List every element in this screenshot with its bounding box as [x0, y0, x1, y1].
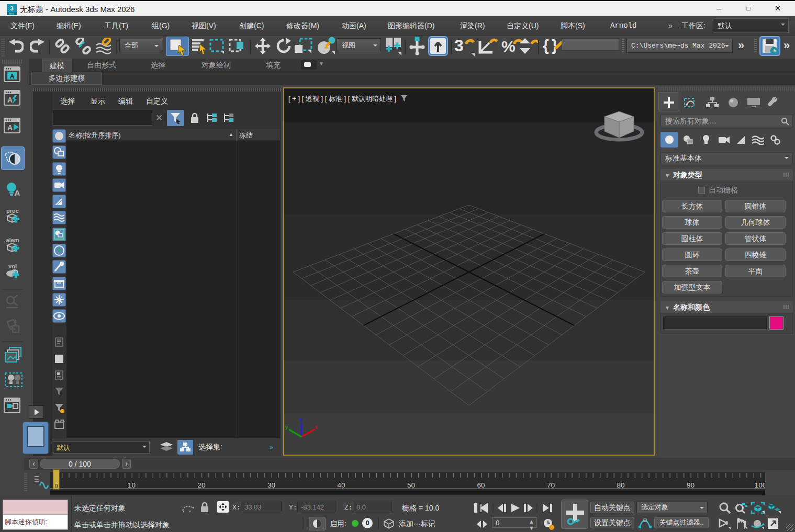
- svg-text:40: 40: [337, 481, 345, 489]
- svg-text:A: A: [10, 73, 15, 80]
- svg-text:60: 60: [477, 481, 485, 489]
- svg-text:y: y: [285, 424, 288, 430]
- svg-text:3: 3: [10, 5, 13, 12]
- svg-text:z: z: [299, 416, 303, 423]
- svg-text:50: 50: [407, 481, 415, 489]
- svg-text:20: 20: [197, 481, 205, 489]
- svg-text:90: 90: [687, 481, 695, 489]
- svg-text:A: A: [7, 123, 13, 132]
- svg-text:100: 100: [755, 481, 765, 489]
- svg-text:70: 70: [547, 481, 555, 489]
- svg-text:A: A: [15, 188, 20, 197]
- svg-text:80: 80: [617, 481, 624, 489]
- svg-text:10: 10: [128, 481, 136, 489]
- svg-text:proc: proc: [6, 208, 19, 214]
- svg-text:30: 30: [267, 481, 275, 489]
- svg-text:A: A: [7, 96, 13, 104]
- svg-text:x: x: [315, 424, 318, 430]
- svg-text:alem: alem: [6, 237, 19, 243]
- svg-text:MAX: MAX: [9, 13, 15, 15]
- svg-text:vol: vol: [8, 263, 17, 269]
